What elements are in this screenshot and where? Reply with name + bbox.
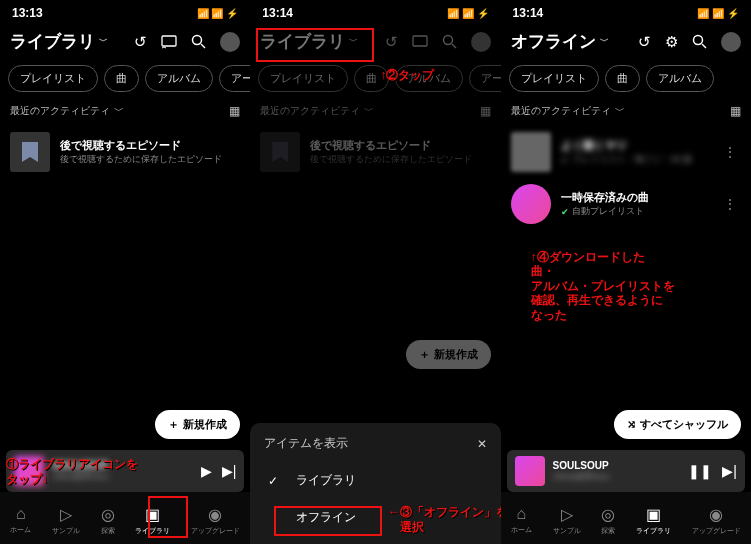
search-icon[interactable] [191,34,206,49]
svg-rect-0 [162,36,176,46]
play-icon[interactable]: ▶ [201,463,212,479]
plus-icon: ＋ [168,417,179,432]
sheet-option-library[interactable]: ✓ ライブラリ [250,462,500,499]
filter-chips: プレイリスト 曲 アルバム アーティス [0,61,250,96]
svg-point-4 [443,36,452,45]
section-header[interactable]: 最近のアクティビティ ﹀ ▦ [501,96,751,126]
check-badge-icon: ✔ [561,207,569,217]
list-item[interactable]: 後で視聴するエピソード 後で視聴するために保存したエピソード [250,126,500,178]
cast-icon[interactable] [161,35,177,49]
tab-bar: ⌂ホーム ▷サンプル ◎探索 ▣ライブラリ ◉アップグレード [0,492,250,544]
library-icon: ▣ [646,505,661,524]
home-icon: ⌂ [517,505,527,523]
tab-home[interactable]: ⌂ホーム [511,505,532,535]
check-badge-icon: ✔ [561,155,569,165]
playlist-art [511,132,551,172]
history-icon[interactable]: ↺ [638,33,651,51]
now-playing-bar[interactable]: SOULSOUP Official髭男dism ❚❚ ▶| [507,450,745,492]
check-icon: ✓ [268,474,282,488]
status-indicators: 📶 📶 ⚡ [697,8,739,19]
list-item[interactable]: よく聴くヤツ ✔プレイリスト・梅フジ・46 曲 ⋮ [501,126,751,178]
grid-view-icon[interactable]: ▦ [730,104,741,118]
search-icon[interactable] [692,34,707,49]
highlight-box-2 [256,28,374,62]
compass-icon: ◎ [601,505,615,524]
highlight-box-1 [148,496,188,538]
history-icon[interactable]: ↺ [134,33,147,51]
sheet-header: アイテムを表示 ✕ [250,435,500,462]
chip-playlist[interactable]: プレイリスト [258,65,348,92]
shuffle-all-button[interactable]: ⤨すべてシャッフル [614,410,741,439]
svg-point-1 [193,36,202,45]
tab-sample[interactable]: ▷サンプル [553,505,581,536]
header-icons: ↺ ⚙ [638,32,741,52]
sample-icon: ▷ [60,505,72,524]
grid-view-icon[interactable]: ▦ [229,104,240,118]
section-header[interactable]: 最近のアクティビティ ﹀ ▦ [250,96,500,126]
home-icon: ⌂ [16,505,26,523]
chip-song[interactable]: 曲 [104,65,139,92]
section-header[interactable]: 最近のアクティビティ ﹀ ▦ [0,96,250,126]
shuffle-icon: ⤨ [627,418,636,431]
next-icon[interactable]: ▶| [722,463,737,479]
tab-upgrade[interactable]: ◉アップグレード [191,505,240,536]
highlight-box-3 [274,506,382,536]
now-playing-controls: ▶ ▶| [201,463,237,479]
clock: 13:13 [12,6,43,20]
list-item[interactable]: 後で視聴するエピソード 後で視聴するために保存したエピソード [0,126,250,178]
avatar[interactable] [721,32,741,52]
tab-explore[interactable]: ◎探索 [101,505,115,536]
tab-bar: ⌂ホーム ▷サンプル ◎探索 ▣ライブラリ ◉アップグレード [501,492,751,544]
filter-chips: プレイリスト 曲 アルバム アーティス [250,61,500,96]
upgrade-icon: ◉ [709,505,723,524]
history-icon[interactable]: ↺ [385,33,398,51]
new-button[interactable]: ＋新規作成 [155,410,240,439]
chip-artist[interactable]: アーティス [469,65,500,92]
avatar[interactable] [471,32,491,52]
screen-2: 13:14 📶 📶 ⚡ ライブラリ﹀ ↺ ↑②タップ プレイリスト 曲 アルバム… [250,0,500,544]
bookmark-icon [260,132,300,172]
header-icons: ↺ [385,32,491,52]
chevron-down-icon: ﹀ [600,35,609,48]
chip-artist[interactable]: アーティス [219,65,250,92]
compass-icon: ◎ [101,505,115,524]
status-indicators: 📶 📶 ⚡ [447,8,489,19]
upgrade-icon: ◉ [208,505,222,524]
now-playing-controls: ❚❚ ▶| [688,463,737,479]
svg-line-5 [452,44,456,48]
svg-rect-3 [413,36,427,46]
list-item[interactable]: 一時保存済みの曲 ✔自動プレイリスト ⋮ [501,178,751,230]
annotation-3: ←③「オフライン」を 選択 [388,505,500,534]
chip-album[interactable]: アルバム [646,65,714,92]
page-title[interactable]: オフライン﹀ [511,30,609,53]
tab-explore[interactable]: ◎探索 [601,505,615,536]
page-title[interactable]: ライブラリ﹀ [10,30,108,53]
tab-home[interactable]: ⌂ホーム [10,505,31,535]
new-button[interactable]: ＋新規作成 [406,340,491,369]
chip-album[interactable]: アルバム [145,65,213,92]
sample-icon: ▷ [561,505,573,524]
screen-1: 13:13 📶 📶 ⚡ ライブラリ﹀ ↺ プレイリスト 曲 アルバム アーティス… [0,0,250,544]
chip-song[interactable]: 曲 [605,65,640,92]
avatar[interactable] [220,32,240,52]
pause-icon[interactable]: ❚❚ [688,463,712,479]
chip-playlist[interactable]: プレイリスト [509,65,599,92]
tab-library[interactable]: ▣ライブラリ [636,505,671,536]
tab-upgrade[interactable]: ◉アップグレード [692,505,741,536]
item-text: 後で視聴するエピソード 後で視聴するために保存したエピソード [60,138,240,166]
tab-sample[interactable]: ▷サンプル [52,505,80,536]
search-icon[interactable] [442,34,457,49]
chip-playlist[interactable]: プレイリスト [8,65,98,92]
more-icon[interactable]: ⋮ [719,144,741,160]
now-playing-text: SOULSOUP Official髭男dism [553,460,681,482]
more-icon[interactable]: ⋮ [719,196,741,212]
grid-view-icon[interactable]: ▦ [480,104,491,118]
close-icon[interactable]: ✕ [477,437,487,451]
cast-icon[interactable] [412,35,428,49]
gear-icon[interactable]: ⚙ [665,33,678,51]
header: ライブラリ﹀ ↺ [0,22,250,61]
chevron-down-icon: ﹀ [364,104,374,118]
status-bar: 13:14 📶 📶 ⚡ [501,0,751,22]
chevron-down-icon: ﹀ [99,35,108,48]
next-icon[interactable]: ▶| [222,463,237,479]
